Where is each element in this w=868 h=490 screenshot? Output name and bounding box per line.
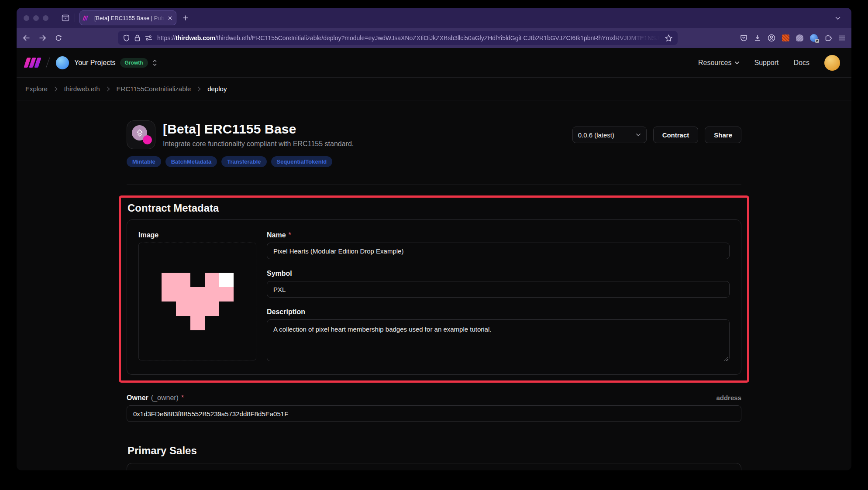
breadcrumb-publisher[interactable]: thirdweb.eth	[64, 85, 100, 93]
url-path: /thirdweb.eth/ERC1155CoreInitializable/d…	[215, 34, 660, 41]
menu-hamburger-icon[interactable]	[838, 35, 845, 41]
url-scheme: https://	[157, 34, 176, 41]
download-icon[interactable]	[754, 34, 761, 41]
tab-title: [Beta] ERC1155 Base | Publishe	[94, 15, 165, 21]
lock-icon[interactable]	[134, 34, 140, 41]
breadcrumb-explore[interactable]: Explore	[25, 85, 48, 93]
close-window-button[interactable]	[24, 15, 29, 21]
reload-button[interactable]	[55, 34, 62, 41]
toolbar-extensions	[740, 34, 845, 42]
extension-password-manager-icon[interactable]	[810, 34, 818, 42]
forward-button[interactable]	[39, 34, 46, 41]
page-subtitle: Integrate core functionality compliant w…	[163, 140, 354, 148]
thirdweb-site: Your Projects Growth Resources Support D…	[17, 48, 851, 470]
project-switcher-icon[interactable]	[152, 59, 158, 66]
metadata-card: Image Name *	[127, 219, 741, 375]
badge-sequentialtokenid: SequentialTokenId	[271, 156, 333, 167]
site-header: Your Projects Growth Resources Support D…	[17, 48, 851, 78]
browser-tab-bar: [Beta] ERC1155 Base | Publishe	[17, 8, 851, 28]
highlight-outline: Contract Metadata Image	[119, 195, 749, 383]
required-asterisk: *	[289, 231, 291, 239]
nav-buttons	[23, 34, 62, 41]
owner-address-input[interactable]	[127, 405, 741, 422]
description-label: Description	[267, 308, 305, 316]
owner-param-name: (_owner)	[151, 394, 179, 402]
thirdweb-logo[interactable]	[25, 58, 40, 68]
nav-docs-label: Docs	[794, 59, 809, 67]
account-icon[interactable]	[768, 34, 775, 42]
traffic-lights	[24, 15, 48, 21]
url-text: https://thirdweb.com/thirdweb.eth/ERC115…	[157, 34, 660, 41]
badge-mintable: Mintable	[127, 156, 161, 167]
tab-overflow-chevron-icon[interactable]	[835, 16, 841, 20]
tab-close-icon[interactable]	[168, 16, 172, 21]
back-button[interactable]	[23, 34, 30, 41]
share-button[interactable]: Share	[705, 127, 741, 143]
description-textarea[interactable]: A collection of pixel heart membership b…	[267, 319, 730, 361]
contract-icon	[127, 120, 155, 149]
badge-transferable: Transferable	[221, 156, 266, 167]
project-avatar[interactable]	[56, 56, 69, 69]
name-field-group: Name *	[267, 231, 730, 259]
browser-window: [Beta] ERC1155 Base | Publishe	[17, 8, 851, 470]
name-label: Name	[267, 231, 286, 239]
description-field-group: Description A collection of pixel heart …	[267, 308, 730, 363]
image-label: Image	[138, 231, 158, 239]
owner-label: Owner	[127, 394, 148, 402]
zoom-window-button[interactable]	[43, 15, 48, 21]
browser-toolbar: https://thirdweb.com/thirdweb.eth/ERC115…	[17, 28, 851, 48]
contract-icon-dot	[143, 135, 152, 144]
version-select-value: 0.0.6 (latest)	[578, 131, 614, 139]
bookmark-star-icon[interactable]	[665, 34, 672, 41]
required-asterisk: *	[181, 394, 184, 402]
contract-hero: [Beta] ERC1155 Base Integrate core funct…	[127, 120, 741, 149]
nav-support[interactable]: Support	[754, 59, 779, 67]
url-bar[interactable]: https://thirdweb.com/thirdweb.eth/ERC115…	[118, 31, 678, 45]
symbol-input[interactable]	[267, 281, 730, 298]
image-upload-dropzone[interactable]	[138, 243, 256, 360]
minimize-window-button[interactable]	[33, 15, 39, 21]
extension-ghost-icon[interactable]	[796, 34, 803, 41]
breadcrumb: Explore thirdweb.eth ERC1155CoreInitiali…	[17, 78, 851, 100]
symbol-label: Symbol	[267, 270, 292, 278]
nav-support-label: Support	[754, 59, 779, 67]
project-name[interactable]: Your Projects	[74, 59, 116, 67]
extensions-puzzle-icon[interactable]	[824, 34, 832, 42]
breadcrumb-contract[interactable]: ERC1155CoreInitializable	[117, 85, 191, 93]
module-badges: Mintable BatchMetadata Transferable Sequ…	[127, 156, 741, 167]
nav-resources-label: Resources	[698, 59, 731, 67]
extension-metamask-icon[interactable]	[782, 34, 789, 41]
breadcrumb-chevron-icon	[54, 86, 58, 92]
firefox-view-icon[interactable]	[62, 14, 69, 21]
nav-docs[interactable]: Docs	[794, 59, 809, 67]
url-domain: thirdweb.com	[176, 34, 215, 41]
nav-resources[interactable]: Resources	[698, 59, 739, 67]
primary-sales-heading: Primary Sales	[127, 445, 741, 457]
browser-tab[interactable]: [Beta] ERC1155 Base | Publishe	[79, 10, 176, 25]
breadcrumb-chevron-icon	[107, 86, 110, 92]
breadcrumb-deploy: deploy	[207, 85, 227, 93]
name-input[interactable]	[267, 243, 730, 259]
plan-badge: Growth	[120, 58, 148, 68]
badge-batchmetadata: BatchMetadata	[165, 156, 217, 167]
tab-bar-divider	[75, 14, 75, 22]
header-slash-divider	[46, 57, 50, 68]
contract-button[interactable]: Contract	[653, 127, 699, 143]
account-avatar[interactable]	[824, 55, 840, 71]
permissions-icon[interactable]	[145, 35, 152, 41]
hero-actions: 0.0.6 (latest) Contract Share	[572, 127, 741, 143]
minilock-icon	[815, 39, 819, 43]
hero-text: [Beta] ERC1155 Base Integrate core funct…	[163, 122, 354, 148]
form-column: Name * Symbol Descr	[267, 231, 730, 363]
owner-type-hint: address	[716, 394, 741, 401]
description-textarea-wrap: A collection of pixel heart membership b…	[267, 319, 730, 363]
header-nav: Resources Support Docs	[698, 55, 840, 71]
desktop: [Beta] ERC1155 Base | Publishe	[0, 0, 868, 490]
thirdweb-favicon	[83, 15, 87, 21]
pocket-icon[interactable]	[740, 34, 747, 41]
version-select[interactable]: 0.0.6 (latest)	[572, 127, 647, 143]
metadata-section-heading: Contract Metadata	[127, 202, 741, 214]
section-divider	[127, 185, 741, 185]
shield-icon[interactable]	[123, 34, 130, 41]
new-tab-button[interactable]	[183, 15, 189, 21]
